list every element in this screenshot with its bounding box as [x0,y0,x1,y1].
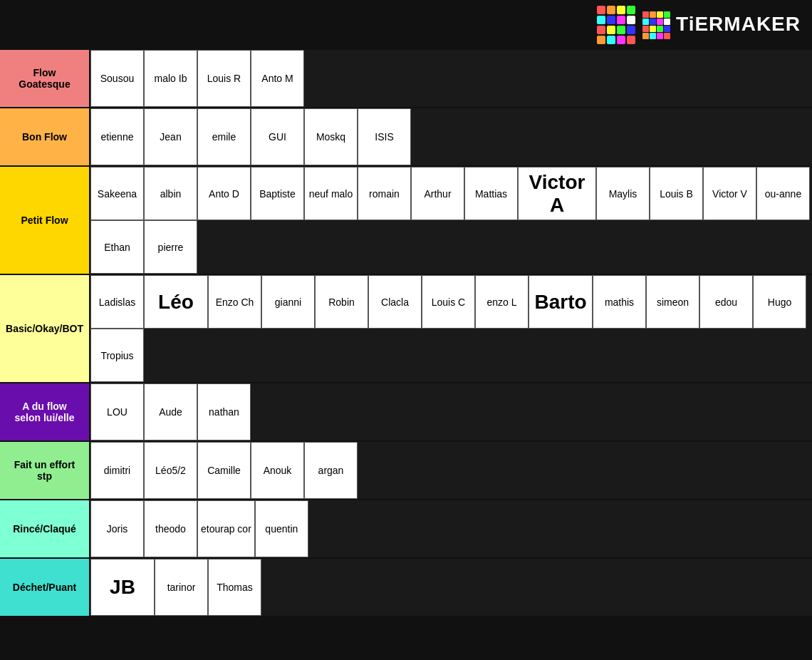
tier-content-rince-claque: Joristheodoetourap corquentin [89,500,812,557]
tier-cell: Anto M [251,50,304,107]
tiermaker-logo: TiERMAKER [597,6,801,44]
tiermaker-header: TiERMAKER [0,0,812,50]
tier-cell: Moskq [304,108,358,165]
tier-content-bon-flow: etienneJeanemileGUIMoskqISIS [89,108,812,165]
tier-cell: malo Ib [144,50,197,107]
tier-cell: Robin [315,275,368,329]
tier-cell: GUI [251,108,304,165]
tier-cell: emile [197,108,251,165]
tier-cell: enzo L [475,275,529,329]
tier-cell: Barto [529,275,593,329]
tier-row-a-du-flow: A du flow selon lui/elleLOUAudenathan [0,383,812,442]
tier-cell: Louis R [197,50,251,107]
tier-content-fait-un-effort: dimitriLéo5/2CamilleAnoukargan [89,442,812,499]
tier-row-bon-flow: Bon FlowetienneJeanemileGUIMoskqISIS [0,108,812,167]
tier-cell: albin [144,167,197,220]
tier-cell: Ethan [90,220,144,274]
tier-cell: LOU [90,383,144,440]
tier-cell: quentin [255,500,308,557]
tier-cell: Clacla [368,275,422,329]
tier-cell: gianni [261,275,315,329]
tier-cell: simeon [646,275,699,329]
logo-grid-icon [597,6,635,44]
tier-cell: JB [90,559,155,616]
tier-cell: ISIS [358,108,411,165]
tier-label-a-du-flow: A du flow selon lui/elle [0,383,89,440]
tier-content-flow-goatesque: Sousoumalo IbLouis RAnto M [89,50,812,107]
tier-cell: Tropius [90,329,144,382]
tier-cell: Aude [144,383,197,440]
tier-row-fait-un-effort: Fait un effort stpdimitriLéo5/2CamilleAn… [0,442,812,500]
tier-cell: Arthur [411,167,464,220]
tier-cell: Léo [144,275,208,329]
tier-cell: etienne [90,108,144,165]
tier-row-petit-flow: Petit FlowSakeenaalbinAnto DBaptisteneuf… [0,167,812,275]
tier-cell: Sakeena [90,167,144,220]
tier-cell: mathis [593,275,646,329]
tier-label-basic-okay-bot: Basic/Okay/BOT [0,275,89,382]
tier-label-fait-un-effort: Fait un effort stp [0,442,89,499]
tier-cell: Ladislas [90,275,144,329]
tier-cell: Enzo Ch [208,275,261,329]
tier-cell: Louis C [422,275,475,329]
tier-cell: Anouk [251,442,304,499]
tier-cell: Anto D [197,167,251,220]
tier-content-basic-okay-bot: LadislasLéoEnzo ChgianniRobinClaclaLouis… [89,275,812,382]
tier-row-flow-goatesque: Flow GoatesqueSousoumalo IbLouis RAnto M [0,50,812,108]
tier-cell: Victor A [518,167,596,220]
tier-cell: Baptiste [251,167,304,220]
tier-cell: Sousou [90,50,144,107]
tier-cell: Maylis [596,167,650,220]
tier-label-rince-claque: Rincé/Claqué [0,500,89,557]
tier-cell: Victor V [703,167,756,220]
tier-cell: dimitri [90,442,144,499]
tier-cell: theodo [144,500,197,557]
tier-label-dechet-puant: Déchet/Puant [0,559,89,616]
tier-cell: Thomas [208,559,261,616]
tier-cell: romain [358,167,411,220]
tier-table: Flow GoatesqueSousoumalo IbLouis RAnto M… [0,50,812,617]
tier-row-rince-claque: Rincé/ClaquéJoristheodoetourap corquenti… [0,500,812,559]
tier-cell: Hugo [753,275,806,329]
tier-cell: tarinor [155,559,208,616]
tier-cell: neuf malo [304,167,358,220]
tier-cell: Léo5/2 [144,442,197,499]
tier-content-dechet-puant: JBtarinorThomas [89,559,812,616]
tier-cell: argan [304,442,358,499]
tier-cell: edou [699,275,753,329]
logo-text: TiERMAKER [642,11,801,39]
tier-label-petit-flow: Petit Flow [0,167,89,274]
tier-cell: Louis B [650,167,703,220]
tier-cell: Mattias [464,167,518,220]
tier-content-a-du-flow: LOUAudenathan [89,383,812,440]
tier-cell: pierre [144,220,197,274]
tier-cell: Joris [90,500,144,557]
tier-cell: Jean [144,108,197,165]
tier-cell: nathan [197,383,251,440]
tier-cell: Camille [197,442,251,499]
tier-row-basic-okay-bot: Basic/Okay/BOTLadislasLéoEnzo ChgianniRo… [0,275,812,383]
tier-cell: etourap cor [197,500,255,557]
tier-row-dechet-puant: Déchet/PuantJBtarinorThomas [0,559,812,617]
tier-cell: ou-anne [756,167,810,220]
tier-label-flow-goatesque: Flow Goatesque [0,50,89,107]
tier-label-bon-flow: Bon Flow [0,108,89,165]
tier-content-petit-flow: SakeenaalbinAnto DBaptisteneuf maloromai… [89,167,812,274]
